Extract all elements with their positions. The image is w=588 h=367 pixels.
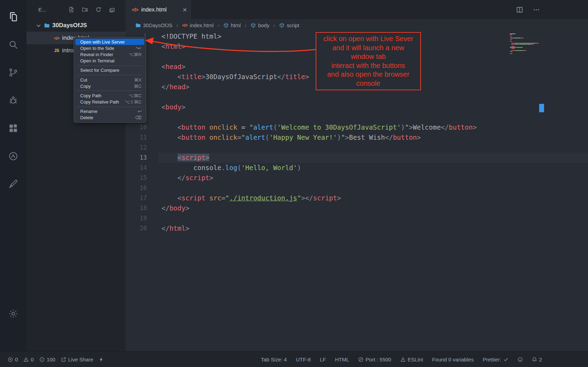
status-bolt-icon[interactable] [99, 357, 104, 362]
code-token: alert [245, 133, 265, 141]
menu-item-open-with-live-server[interactable]: Open with Live Server [75, 39, 144, 45]
new-file-icon[interactable] [68, 7, 74, 13]
line-content[interactable]: <script> [159, 153, 588, 163]
extensions-activity-button[interactable] [0, 114, 27, 142]
menu-item-cut[interactable]: Cut⌘X [75, 77, 144, 83]
minimap[interactable] [510, 33, 542, 54]
code-line-18[interactable]: 18</body> [126, 203, 588, 213]
code-line-16[interactable]: 16 [126, 183, 588, 193]
breadcrumb-separator: › [217, 22, 219, 28]
html-file-icon: </> [54, 35, 60, 41]
status-bar: 00100Live Share Tab Size: 4UTF-8LFHTMLPo… [0, 351, 588, 367]
code-token: title [181, 73, 201, 81]
status-100[interactable]: 100 [39, 357, 55, 362]
status-port-5500[interactable]: Port : 5500 [358, 357, 391, 362]
menu-item-delete[interactable]: Delete⌫ [75, 115, 144, 121]
refresh-icon[interactable] [96, 7, 101, 13]
code-line-14[interactable]: 14 console.log('Hello, World') [126, 163, 588, 173]
status-label: 0 [15, 357, 18, 362]
menu-item-copy-path[interactable]: Copy Path⌥⌘C [75, 92, 144, 99]
close-tab-icon[interactable]: × [183, 6, 187, 13]
status-eslint[interactable]: ESLint [400, 357, 423, 362]
line-content[interactable] [159, 213, 588, 223]
status-utf-8[interactable]: UTF-8 [296, 357, 311, 362]
feedback-pen-activity-button[interactable] [0, 170, 27, 198]
line-content[interactable] [159, 112, 588, 122]
line-number: 16 [126, 183, 159, 193]
status-lf[interactable]: LF [320, 357, 326, 362]
code-line-19[interactable]: 19 [126, 213, 588, 223]
gear-activity-button[interactable] [0, 300, 27, 328]
live-share-activity-button[interactable] [0, 142, 27, 170]
menu-item-select-for-compare[interactable]: Select for Compare [75, 67, 144, 74]
annotation-box: click on open with Live Severand it will… [316, 32, 421, 90]
code-token: > [473, 123, 476, 131]
tab-index-html[interactable]: </> index.html × [126, 0, 191, 19]
line-content[interactable]: <button onclick="alert('Happy New Year!'… [159, 132, 588, 143]
code-token: src [209, 194, 221, 202]
status-live-share[interactable]: Live Share [61, 357, 93, 362]
breadcrumb-item-html[interactable]: html [223, 22, 241, 28]
live-share-status-icon [61, 357, 66, 362]
status-0[interactable]: 0 [8, 357, 18, 362]
status-found-0-variables[interactable]: Found 0 variables [432, 357, 474, 362]
menu-item-shortcut: ⌫ [135, 115, 142, 120]
line-content[interactable] [159, 92, 588, 102]
line-content[interactable] [159, 143, 588, 153]
status-html[interactable]: HTML [335, 357, 349, 362]
status-smiley-icon[interactable] [518, 357, 523, 362]
code-token: = [237, 123, 249, 131]
html-file-icon: </> [182, 23, 188, 28]
minimap-line [510, 47, 542, 48]
line-content[interactable]: </body> [159, 203, 588, 213]
menu-item-reveal-in-finder[interactable]: Reveal in Finder⌥⌘R [75, 51, 144, 58]
status-label: 100 [47, 357, 55, 362]
code-line-13[interactable]: 13 <script> [126, 153, 588, 163]
status-prettier[interactable]: Prettier: [483, 357, 508, 362]
line-content[interactable]: </html> [159, 223, 588, 234]
status-tab-size-4[interactable]: Tab Size: 4 [261, 357, 287, 362]
menu-item-open-to-the-side[interactable]: Open to the Side^↵ [75, 45, 144, 51]
code-line-9[interactable]: 9 [126, 112, 588, 122]
scrollbar-marker[interactable] [539, 104, 544, 112]
code-token: > [181, 63, 185, 70]
source-control-activity-button[interactable] [0, 59, 27, 86]
line-content[interactable]: </script> [159, 173, 588, 183]
search-activity-button[interactable] [0, 31, 27, 59]
new-folder-icon[interactable] [82, 7, 88, 13]
breadcrumb-item-index-html[interactable]: </>index.html [182, 22, 213, 28]
code-line-20[interactable]: 20</html> [126, 223, 588, 234]
line-content[interactable] [159, 183, 588, 193]
line-content[interactable]: <button onclick = "alert('Welcome to 30D… [159, 122, 588, 132]
menu-item-rename[interactable]: Rename↩ [75, 108, 144, 115]
folder-row-root[interactable]: 30DaysOfJS [27, 19, 126, 32]
code-token [161, 123, 178, 131]
code-line-15[interactable]: 15 </script> [126, 173, 588, 183]
code-line-12[interactable]: 12 [126, 143, 588, 153]
collapse-all-icon[interactable] [109, 7, 115, 13]
code-line-10[interactable]: 10 <button onclick = "alert('Welcome to … [126, 122, 588, 132]
status-0[interactable]: 0 [23, 357, 33, 362]
breadcrumb-item-script[interactable]: script [279, 22, 299, 28]
code-line-7[interactable]: 7 [126, 92, 588, 102]
menu-item-open-in-terminal[interactable]: Open in Terminal [75, 58, 144, 64]
run-debug-activity-button[interactable] [0, 86, 27, 114]
menu-item-shortcut: ↩ [138, 109, 142, 114]
line-content[interactable]: console.log('Hello, World') [159, 163, 588, 173]
code-token: ( [265, 133, 269, 141]
code-token: body [165, 103, 181, 111]
more-actions-icon[interactable] [533, 6, 540, 13]
breadcrumb-item-30daysofjs[interactable]: 30DaysOfJS [135, 22, 172, 28]
line-content[interactable]: <script src="./introduction.js"></script… [159, 193, 588, 203]
breadcrumb-item-body[interactable]: body [250, 22, 270, 28]
code-token: script [313, 194, 337, 202]
code-line-8[interactable]: 8<body> [126, 102, 588, 112]
split-editor-icon[interactable] [516, 6, 523, 13]
menu-item-copy[interactable]: Copy⌘C [75, 83, 144, 89]
code-line-17[interactable]: 17 <script src="./introduction.js"></scr… [126, 193, 588, 203]
status-2[interactable]: 2 [532, 357, 542, 362]
explorer-activity-button[interactable] [0, 3, 27, 31]
code-line-11[interactable]: 11 <button onclick="alert('Happy New Yea… [126, 132, 588, 143]
line-content[interactable]: <body> [159, 102, 588, 112]
menu-item-copy-relative-path[interactable]: Copy Relative Path⌥⇧⌘C [75, 99, 144, 105]
